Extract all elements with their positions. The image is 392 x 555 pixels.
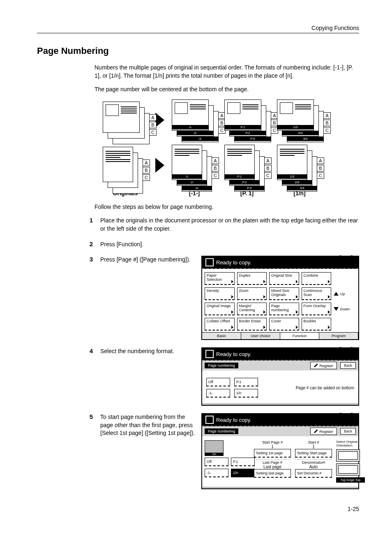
pen-icon	[314, 429, 318, 433]
format-dash1dash-button[interactable]: -1-	[206, 389, 230, 398]
start-page-label: Start Page #	[254, 440, 291, 444]
panel-title: Ready to copy.	[216, 259, 251, 266]
booklet-button[interactable]: Booklet	[302, 318, 332, 331]
format-p1-button[interactable]: P.1	[234, 378, 258, 386]
numbering-detail-panel: Paper Size100 Ready to copy. Page number…	[201, 413, 359, 489]
arrow-icon	[155, 158, 164, 173]
page-number: 1-25	[37, 506, 359, 512]
continuous-scan-button[interactable]: Continuous Scan	[302, 287, 332, 300]
arrow-down-icon	[334, 307, 339, 311]
duplex-button[interactable]: Duplex	[237, 272, 267, 285]
preview-thumbnail: 1/n	[205, 440, 224, 456]
page-numbering-button[interactable]: Page numbering	[269, 303, 299, 315]
original-image-button[interactable]: Original Image	[205, 303, 235, 315]
last-page-value: Last page	[254, 465, 291, 469]
panel-title: Ready to copy.	[216, 417, 251, 423]
breadcrumb: Page numbering	[205, 428, 238, 434]
intro-paragraph-2: The page number will be centered at the …	[95, 86, 359, 94]
start-num-value: 1	[295, 444, 332, 449]
function-panel: Paper Size100 Ready to copy. Paper Selec…	[201, 256, 359, 340]
density-button[interactable]: Density	[205, 287, 235, 300]
format-dash1dash-button[interactable]: -1-	[205, 469, 228, 477]
start-num-label: Start #	[295, 440, 332, 444]
arrow-icon	[155, 113, 164, 127]
format-off-button[interactable]: Off	[206, 378, 230, 386]
step-text: Press [Page #] ([Page numbering]).	[100, 256, 201, 264]
border-erase-button[interactable]: Border Erase	[237, 318, 267, 331]
scroll-up-button[interactable]: Up	[334, 287, 356, 300]
step-text: Place the originals in the document proc…	[100, 217, 359, 233]
register-button[interactable]: Register	[310, 362, 337, 369]
tab-basic[interactable]: Basic	[202, 333, 241, 339]
document-icon	[205, 416, 214, 424]
mixed-size-originals-button[interactable]: Mixed Size Originals	[269, 287, 299, 300]
start-page-value: 1	[254, 444, 291, 449]
combine-button[interactable]: Combine	[302, 272, 332, 285]
pen-icon	[314, 363, 318, 367]
running-head: Copying Functions	[37, 25, 359, 33]
tab-program[interactable]: Program	[319, 333, 358, 339]
format-note: Page # can be added on bottom	[296, 386, 354, 390]
denominator-value: Auto	[295, 465, 332, 469]
margin-centering-button[interactable]: Margin/ Centering	[237, 303, 267, 315]
step-text: To start page numbering from the page ot…	[100, 413, 201, 437]
orientation-option[interactable]	[336, 463, 360, 476]
scroll-down-button[interactable]: Down	[334, 303, 356, 315]
cover-button[interactable]: Cover	[269, 318, 299, 331]
step-number: 4	[78, 347, 100, 354]
orientation-option[interactable]	[336, 449, 360, 462]
setting-start-page-button[interactable]: Setting Start page	[295, 449, 332, 458]
format-1n-button[interactable]: 1/n	[234, 389, 258, 398]
form-overlay-button[interactable]: Form Overlay	[302, 303, 332, 315]
orientation-label: Select Original Orientation.	[336, 440, 365, 448]
set-denominator-button[interactable]: Set Denomin.#	[295, 469, 332, 478]
numbering-figure: ABC -3-ABC -2- -1- P.3ABC P.2 P.1 3/3ABC	[103, 99, 359, 186]
breadcrumb: Page numbering	[205, 363, 238, 368]
step-text: Press [Function].	[100, 240, 359, 249]
back-button[interactable]: Back	[340, 362, 356, 369]
collate-offset-button[interactable]: Collate/ Offset	[205, 318, 235, 331]
format-off-button[interactable]: Off	[205, 458, 228, 466]
last-page-label: Last Page #	[254, 459, 291, 465]
panel-title: Ready to copy.	[216, 351, 251, 357]
intro-paragraph-1: Numbers the multiple pages of original i…	[95, 64, 359, 80]
step-number: 2	[78, 240, 100, 247]
setting-1st-page-button[interactable]: Setting 1st page	[254, 449, 291, 458]
orientation-value: Top Edge Top	[336, 477, 365, 483]
document-icon	[205, 350, 214, 358]
original-size-button[interactable]: Original Size	[269, 272, 299, 285]
tab-function[interactable]: Function	[280, 333, 319, 339]
step-number: 5	[78, 413, 100, 420]
step-number: 3	[78, 256, 100, 263]
step-number: 1	[78, 217, 100, 224]
section-title: Page Numbering	[37, 46, 359, 56]
back-button[interactable]: Back	[340, 428, 356, 435]
paper-selection-button[interactable]: Paper Selection	[205, 272, 235, 285]
tab-user-choice[interactable]: User choice	[241, 333, 280, 339]
register-button[interactable]: Register	[310, 428, 337, 435]
numbering-format-panel: Paper Size100 Ready to copy. Page number…	[201, 347, 359, 406]
follow-text: Follow the steps as below for page numbe…	[95, 203, 359, 211]
setting-last-page-button[interactable]: Setting last page	[254, 469, 291, 478]
step-text: Select the numbering format.	[100, 347, 201, 356]
zoom-button[interactable]: Zoom	[237, 287, 267, 300]
document-icon	[205, 258, 214, 266]
arrow-up-icon	[334, 292, 339, 296]
denominator-label: Denominator#	[295, 459, 332, 465]
format-p1-button[interactable]: P.1	[231, 458, 255, 466]
format-1n-button[interactable]: 1/n	[231, 469, 255, 477]
